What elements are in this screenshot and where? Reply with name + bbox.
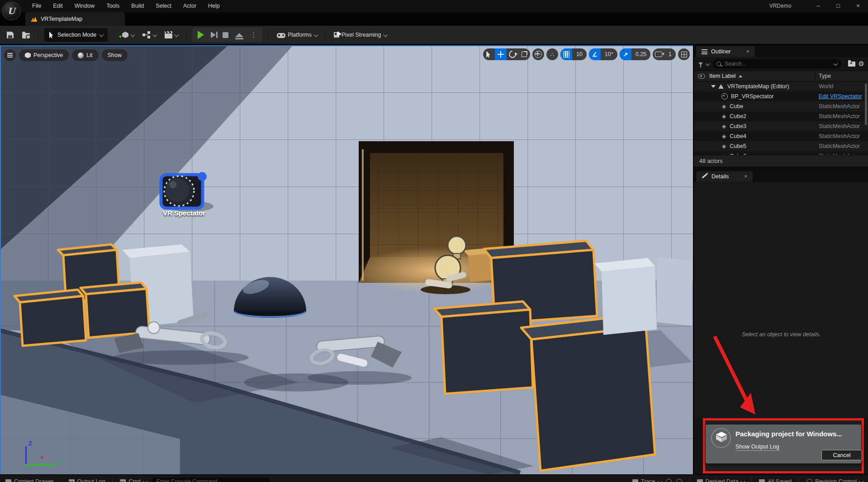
stop-button[interactable] [223,32,228,38]
chevron-down-icon[interactable] [834,62,838,66]
eject-button[interactable] [235,33,243,37]
revision-control-icon [806,479,812,482]
edit-blueprint-link[interactable]: Edit VRSpectator [819,93,862,100]
search-input[interactable] [724,60,831,67]
world-local-toggle[interactable] [532,48,544,60]
save-button[interactable] [5,30,16,40]
minimize-button[interactable]: – [808,0,828,12]
divider [114,29,114,41]
output-log-button[interactable]: Output Log [69,478,105,482]
close-icon[interactable]: × [746,48,749,55]
frame-skip-button[interactable] [211,32,216,38]
grid-snap-value[interactable]: 10 [572,48,587,60]
column-item-label[interactable]: Item Label [709,73,735,79]
close-button[interactable]: × [848,0,868,12]
view-mode-dropdown[interactable]: Lit [72,49,98,61]
console-icon [120,479,126,482]
browse-content-button[interactable] [20,29,32,40]
outliner-scrollbar[interactable] [865,83,867,125]
unreal-logo-icon[interactable]: U [2,1,21,20]
outliner-row-cube5[interactable]: ◈ Cube5 StaticMeshActor [694,141,868,151]
play-controls: ⋮ [192,28,262,42]
pixel-streaming-dropdown[interactable]: Pixel Streaming [332,30,389,40]
scale-tool-button[interactable] [518,48,530,60]
console-command-input[interactable] [156,478,266,482]
platforms-dropdown[interactable]: Platforms [275,30,319,40]
rotate-tool-button[interactable] [507,48,518,60]
menu-help[interactable]: Help [202,0,226,12]
tab-details[interactable]: Details × [696,171,753,182]
scale-icon [522,52,527,57]
details-empty-message: Select an object to view details. [694,331,868,338]
maximize-viewport-button[interactable] [678,48,690,60]
menu-tools[interactable]: Tools [100,0,125,12]
outliner-row-cube2[interactable]: ◈ Cube2 StaticMeshActor [694,111,868,121]
outliner-search[interactable] [712,59,841,69]
all-saved-button[interactable]: All Saved [759,478,792,482]
scene-render[interactable] [0,45,693,474]
cmd-dropdown[interactable]: Cmd [120,478,146,482]
cancel-button[interactable]: Cancel [821,450,862,460]
create-folder-icon[interactable] [848,62,855,67]
timer-icon[interactable] [676,479,682,482]
content-drawer-button[interactable]: Content Drawer [5,478,54,482]
menu-edit[interactable]: Edit [47,0,69,12]
outliner-row-world[interactable]: VRTemplateMap (Editor) World [694,81,868,91]
console-command-box[interactable] [151,477,270,482]
camera-speed-button[interactable] [653,48,664,60]
close-icon[interactable]: × [744,173,747,180]
collapse-caret-icon[interactable] [711,85,716,88]
add-actor-button[interactable]: + [120,30,136,40]
panel-divider[interactable] [694,167,868,170]
menu-actor[interactable]: Actor [177,0,202,12]
trace-dropdown[interactable]: Trace [632,478,661,482]
viewport-focus-border [0,45,1,474]
outliner-row-cube[interactable]: ◈ Cube StaticMeshActor [694,101,868,111]
camera-speed-value[interactable]: 1 [664,48,676,60]
details-tab-label: Details [711,173,729,180]
editor-mode-dropdown[interactable]: Selection Mode [44,28,108,42]
angle-snap-toggle[interactable]: ∠ [589,48,601,60]
insights-icon[interactable] [666,479,672,482]
perspective-dropdown[interactable]: Perspective [19,49,69,61]
move-tool-button[interactable] [495,48,507,60]
select-tool-button[interactable] [483,48,495,60]
row-type: World [819,83,862,90]
revision-control-dropdown[interactable]: Revision Control [806,478,863,482]
chevron-down-icon[interactable] [705,61,710,66]
maximize-button[interactable]: □ [828,0,848,12]
menu-select[interactable]: Select [150,0,177,12]
blueprints-button[interactable] [140,30,158,40]
chevron-down-icon [658,479,662,482]
menu-window[interactable]: Window [69,0,100,12]
scale-snap-value[interactable]: 0.25 [631,48,650,60]
chevron-down-icon [383,32,388,37]
outliner-row-cube3[interactable]: ◈ Cube3 StaticMeshActor [694,121,868,131]
outliner-toolbar: ⚙ [694,57,868,71]
tab-outliner[interactable]: Outliner × [696,46,755,57]
tab-vrtemplatemap[interactable]: VRTemplateMap [25,12,125,26]
outliner-row-cube4[interactable]: ◈ Cube4 StaticMeshActor [694,131,868,141]
menu-file[interactable]: File [26,0,47,12]
grid-snap-toggle[interactable] [560,48,572,60]
visibility-eye-icon[interactable] [698,74,705,79]
play-button[interactable] [198,31,204,39]
angle-snap-value[interactable]: 10° [601,48,617,60]
viewport-options-button[interactable] [4,49,16,61]
play-options-kebab-icon[interactable]: ⋮ [250,31,257,39]
level-viewport[interactable]: Perspective Lit Show ∴ 10 [0,45,693,474]
column-divider[interactable] [815,71,816,82]
column-type[interactable]: Type [819,73,831,79]
outliner-row-cube6[interactable]: ◈ Cube6 StaticMeshActor [694,151,868,155]
show-dropdown[interactable]: Show [102,49,128,61]
menu-build[interactable]: Build [125,0,150,12]
scale-snap-toggle[interactable]: ↗ [620,48,631,60]
surface-snapping-button[interactable]: ∴ [546,48,558,60]
outliner-row-spectator[interactable]: BP_VRSpectator Edit VRSpectator [694,91,868,101]
cinematics-button[interactable] [162,29,180,40]
filter-icon[interactable] [698,62,703,65]
derived-data-dropdown[interactable]: Derived Data [697,478,745,482]
outliner-settings-gear-icon[interactable]: ⚙ [859,60,864,68]
show-output-log-link[interactable]: Show Output Log [735,444,779,451]
white-cubes-right[interactable] [594,257,692,335]
